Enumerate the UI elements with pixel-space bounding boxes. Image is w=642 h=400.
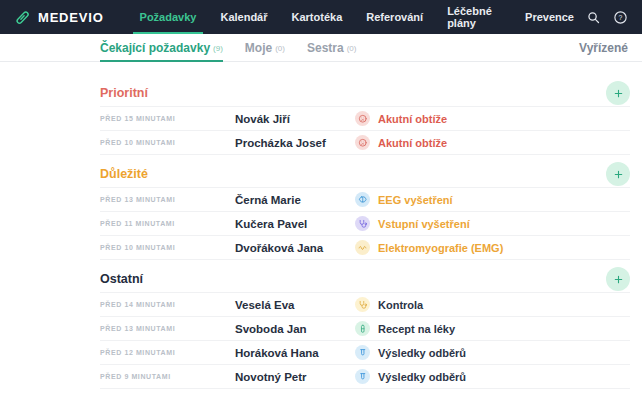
face-sad-icon: [355, 111, 370, 126]
tab-bar: Čekající požadavky(9)Moje(0)Sestra(0)Vyř…: [0, 34, 642, 62]
request-time: PŘED 9 MINUTAMI: [100, 373, 235, 380]
request-type-label: Akutní obtíže: [378, 113, 447, 125]
stethoscope-icon: [355, 297, 370, 312]
section-prioritn-: PrioritníPŘED 15 MINUTAMINovák JiříAkutn…: [100, 80, 630, 155]
tab-label: Sestra: [307, 41, 344, 55]
brand-logo[interactable]: MEDEVIO: [14, 9, 104, 26]
request-time: PŘED 14 MINUTAMI: [100, 301, 235, 308]
patient-name: Černá Marie: [235, 194, 355, 206]
tab-label: Moje: [245, 41, 272, 55]
request-row[interactable]: PŘED 15 MINUTAMINovák JiříAkutní obtíže: [100, 106, 630, 130]
add-request-button[interactable]: [606, 162, 630, 186]
section-title: Důležité: [100, 167, 148, 181]
request-type-label: Elektromyografie (EMG): [378, 242, 503, 254]
request-list: PrioritníPŘED 15 MINUTAMINovák JiříAkutn…: [0, 80, 642, 389]
face-sad-icon: [355, 135, 370, 150]
request-type-label: Akutní obtíže: [378, 137, 447, 149]
plus-icon: [613, 274, 624, 285]
tab-count: (9): [213, 44, 223, 53]
patient-name: Veselá Eva: [235, 299, 355, 311]
patient-name: Horáková Hana: [235, 347, 355, 359]
main-nav: PožadavkyKalendářKartotékaReferováníLéče…: [128, 0, 586, 34]
request-time: PŘED 10 MINUTAMI: [100, 139, 235, 146]
request-row[interactable]: PŘED 14 MINUTAMIVeselá EvaKontrola: [100, 292, 630, 316]
request-type-label: Recept na léky: [378, 323, 455, 335]
patient-name: Dvořáková Jana: [235, 242, 355, 254]
help-icon[interactable]: ?: [613, 10, 628, 25]
request-type-label: Výsledky odběrů: [378, 371, 466, 383]
nav-item-prevence[interactable]: Prevence: [513, 0, 586, 34]
app-header: MEDEVIO PožadavkyKalendářKartotékaRefero…: [0, 0, 642, 34]
section-d-le-it-: DůležitéPŘED 13 MINUTAMIČerná MarieEEG v…: [100, 161, 630, 260]
request-row[interactable]: PŘED 10 MINUTAMIDvořáková JanaElektromyo…: [100, 235, 630, 259]
resolved-link[interactable]: Vyřízené: [579, 41, 628, 55]
patient-name: Novák Jiří: [235, 113, 355, 125]
request-row[interactable]: PŘED 13 MINUTAMIČerná MarieEEG vyšetření: [100, 187, 630, 211]
add-request-button[interactable]: [606, 267, 630, 291]
tab-count: (0): [347, 44, 357, 53]
patient-name: Kučera Pavel: [235, 218, 355, 230]
request-time: PŘED 12 MINUTAMI: [100, 349, 235, 356]
nav-item-referov-n-[interactable]: Referování: [354, 0, 435, 34]
nav-item-kalend-[interactable]: Kalendář: [208, 0, 279, 34]
header-icons: ?: [586, 10, 628, 25]
request-row[interactable]: PŘED 11 MINUTAMIKučera PavelVstupní vyše…: [100, 211, 630, 235]
search-icon[interactable]: [586, 10, 601, 25]
request-row[interactable]: PŘED 9 MINUTAMINovotný PetrVýsledky odbě…: [100, 364, 630, 388]
section-ostatn-: OstatníPŘED 14 MINUTAMIVeselá EvaKontrol…: [100, 266, 630, 389]
request-row[interactable]: PŘED 12 MINUTAMIHoráková HanaVýsledky od…: [100, 340, 630, 364]
wave-icon: [355, 240, 370, 255]
section-title: Ostatní: [100, 272, 143, 286]
tab-count: (0): [275, 44, 285, 53]
svg-text:?: ?: [619, 14, 623, 21]
request-row[interactable]: PŘED 13 MINUTAMISvoboda JanRecept na lék…: [100, 316, 630, 340]
patient-name: Novotný Petr: [235, 371, 355, 383]
request-type-label: Výsledky odběrů: [378, 347, 466, 359]
request-time: PŘED 11 MINUTAMI: [100, 220, 235, 227]
nav-item-po-adavky[interactable]: Požadavky: [128, 0, 209, 34]
pill-logo-icon: [14, 9, 31, 26]
request-type-label: Vstupní vyšetření: [378, 218, 470, 230]
section-header: Prioritní: [100, 80, 630, 106]
plus-icon: [613, 88, 624, 99]
add-request-button[interactable]: [606, 81, 630, 105]
request-type-label: EEG vyšetření: [378, 194, 453, 206]
request-time: PŘED 13 MINUTAMI: [100, 325, 235, 332]
nav-item-kartot-ka[interactable]: Kartotéka: [280, 0, 355, 34]
request-type-label: Kontrola: [378, 299, 423, 311]
request-row[interactable]: PŘED 10 MINUTAMIProcházka JosefAkutní ob…: [100, 130, 630, 154]
plus-icon: [613, 169, 624, 180]
patient-name: Procházka Josef: [235, 137, 355, 149]
section-title: Prioritní: [100, 86, 148, 100]
request-time: PŘED 15 MINUTAMI: [100, 115, 235, 122]
section-header: Ostatní: [100, 266, 630, 292]
stethoscope-icon: [355, 216, 370, 231]
test-tube-icon: [355, 345, 370, 360]
patient-name: Svoboda Jan: [235, 323, 355, 335]
request-time: PŘED 10 MINUTAMI: [100, 244, 235, 251]
tab--ekaj-c-po-adavky[interactable]: Čekající požadavky(9): [100, 34, 223, 62]
tab-moje[interactable]: Moje(0): [245, 34, 285, 62]
pill-icon: [355, 321, 370, 336]
section-header: Důležité: [100, 161, 630, 187]
tab-sestra[interactable]: Sestra(0): [307, 34, 356, 62]
nav-item-l-ebn-pl-ny[interactable]: Léčebné plány: [435, 0, 513, 34]
test-tube-icon: [355, 369, 370, 384]
request-time: PŘED 13 MINUTAMI: [100, 196, 235, 203]
tab-label: Čekající požadavky: [100, 41, 210, 55]
brand-name: MEDEVIO: [38, 10, 104, 25]
brain-icon: [355, 192, 370, 207]
